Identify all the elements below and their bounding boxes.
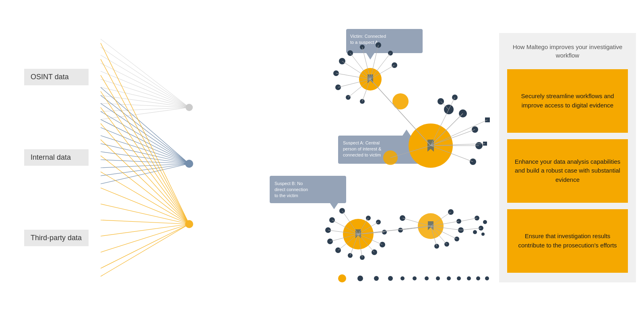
right-panel: How Maltego improves your investigative … [499,33,636,282]
svg-line-17 [101,128,189,164]
svg-text:to the victim: to the victim [275,193,298,198]
svg-line-2 [101,55,189,107]
svg-line-26 [101,43,189,224]
svg-point-149 [483,220,487,224]
osint-label: OSINT data [24,69,89,85]
svg-line-41 [101,224,189,276]
svg-point-151 [473,230,477,234]
panel-title: How Maltego improves your investigative … [507,43,628,60]
svg-point-69 [392,93,409,109]
svg-text:person of interest &: person of interest & [343,146,382,151]
svg-point-164 [457,276,461,280]
svg-line-37 [101,220,189,224]
svg-point-167 [485,276,489,280]
svg-marker-99 [330,203,338,209]
svg-line-15 [101,111,189,164]
workflow-card-1: Securely streamline workflows and improv… [507,69,628,133]
network-graph-svg: Victim: Connected to a suspect A [217,21,499,294]
svg-text:connected to victim: connected to victim [343,152,381,157]
svg-point-162 [436,276,440,280]
svg-point-163 [447,276,451,280]
svg-line-39 [101,224,189,252]
fan-svg [89,27,217,288]
visualization-section: Victim: Connected to a suspect A [89,17,499,299]
svg-point-157 [374,276,379,281]
internal-label: Internal data [24,149,89,166]
workflow-card-3: Ensure that investigation results contri… [507,209,628,273]
svg-line-153 [461,218,477,221]
svg-text:direct connection: direct connection [275,187,308,192]
svg-point-161 [425,276,429,280]
svg-marker-71 [402,130,411,136]
svg-line-40 [101,224,189,268]
svg-line-38 [101,224,189,236]
svg-point-156 [357,276,363,281]
svg-point-25 [185,160,193,168]
workflow-card-2: Enhance your data analysis capabilities … [507,139,628,203]
main-container: OSINT data Internal data Third-party dat… [0,0,644,315]
svg-text:to a suspect A: to a suspect A [350,40,378,45]
svg-point-42 [185,220,193,228]
svg-line-27 [101,59,189,224]
svg-point-165 [467,276,471,280]
left-labels: OSINT data Internal data Third-party dat… [24,37,89,278]
svg-point-166 [476,276,480,280]
svg-point-11 [186,104,193,111]
thirdparty-label: Third-party data [24,230,89,246]
svg-line-29 [101,91,189,224]
svg-text:Suspect B: No: Suspect B: No [275,181,303,186]
svg-line-4 [101,71,189,107]
svg-line-35 [101,188,189,224]
svg-point-158 [388,276,393,281]
svg-point-160 [413,276,417,280]
svg-point-152 [481,233,485,236]
svg-point-159 [400,276,405,280]
svg-point-155 [338,274,346,282]
svg-text:Suspect A: Central: Suspect A: Central [343,140,380,145]
svg-line-1 [101,47,189,107]
svg-marker-44 [366,53,374,60]
svg-text:Victim: Connected: Victim: Connected [350,34,386,39]
svg-line-154 [461,228,481,230]
svg-line-34 [101,172,189,224]
